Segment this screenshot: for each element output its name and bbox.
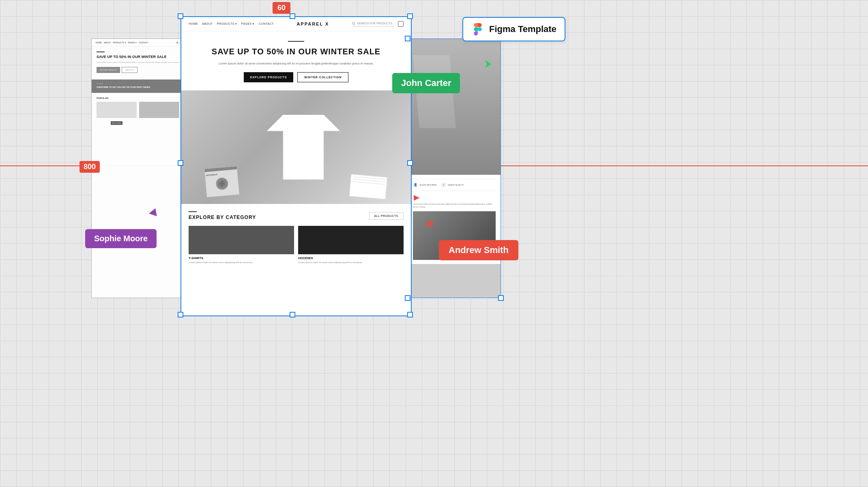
lf-subscribe-section: SUBSCRIBE TO GET 10% OFF ON YOUR FIRST O… [92,79,184,93]
svg-line-1 [354,24,355,25]
tshirts-image [189,226,294,254]
sophie-cursor [149,209,156,217]
svg-point-0 [352,22,355,24]
hero-divider-line [288,41,304,42]
category-grid: T-SHIRTS Lorem ipsum dolor sit amet cons… [189,226,404,264]
nav-products[interactable]: PRODUCTS ▾ [217,22,237,26]
left-background-frame: HOME ABOUT PRODUCTS ▾ PAGES ▾ CONTACT A.… [91,39,185,298]
explore-header: EXPLORE BY CATEGORY ALL PRODUCTS [189,211,404,220]
lf-popular-section: POPULAR $19.00 USD [92,93,184,125]
hero-section: SAVE UP TO 50% IN OUR WINTER SALE Lorem … [181,31,411,90]
left-frame-nav: HOME ABOUT PRODUCTS ▾ PAGES ▾ CONTACT A.… [92,39,184,47]
lf-nav-products[interactable]: PRODUCTS ▾ [113,41,126,44]
right-frame-description: Lorem ipsum dolor sit amet consectetur a… [413,203,496,209]
lf-about-button[interactable]: ABOUT US [122,67,137,73]
book-prop [349,174,387,200]
lf-explore-button[interactable]: EXPLORE PRODUCTS [97,67,120,73]
hero-image: NATURALIS [181,90,411,204]
lf-nav-about[interactable]: ABOUT [104,41,111,44]
right-handle-bottom-right[interactable] [498,295,504,301]
figma-template-text: Figma Template [489,24,556,34]
andrew-tag: Andrew Smith [439,240,518,260]
figma-logo-icon [471,23,484,36]
magazine-prop: NATURALIS [204,166,239,197]
winter-collection-button[interactable]: WINTER COLLECTION [297,72,348,82]
hero-buttons: EXPLORE PRODUCTS WINTER COLLECTION [198,72,395,82]
cart-icon[interactable] [398,21,404,27]
lf-hero-line [97,51,105,52]
hoodies-label: HOODIES [298,256,404,260]
lf-subscribe-line [97,84,103,84]
lf-nav-contact[interactable]: CONTACT [139,41,148,44]
andrew-cursor [427,220,434,227]
hero-heading: SAVE UP TO 50% IN OUR WINTER SALE [198,47,395,56]
search-icon [352,22,355,25]
tshirt-image [267,115,340,180]
all-products-button[interactable]: ALL PRODUCTS [369,212,404,220]
feature-returns: 👤 30 DAY RETURNS [413,182,436,187]
main-nav: HOME ABOUT PRODUCTS ▾ PAGES ▾ CONTACT AP… [181,17,411,31]
hero-description: Lorem ipsum dolor sit amet consectetur a… [198,61,395,66]
lf-product-image [139,102,179,118]
explore-section: EXPLORE BY CATEGORY ALL PRODUCTS T-SHIRT… [181,204,411,271]
lf-product-item [139,102,179,125]
nav-pages[interactable]: PAGES ▾ [241,22,255,26]
nav-home[interactable]: HOME [189,22,198,26]
horizontal-ruler-label: 800 [79,161,100,173]
lf-nav-home[interactable]: HOME [96,41,102,44]
right-frame-features: 👤 30 DAY RETURNS ✓ GREAT QUALITY [413,179,496,191]
john-tag: John Carter [392,73,460,93]
right-frame-cursor-area [413,194,496,203]
handle-bottom-mid[interactable] [290,312,295,318]
search-bar[interactable]: SEARCH FOR PRODUCTS... [352,22,395,26]
figma-template-label: Figma Template [462,17,565,41]
red-play-cursor [413,194,420,202]
search-placeholder: SEARCH FOR PRODUCTS... [357,22,395,25]
quality-label: GREAT QUALITY [448,184,464,186]
hoodies-desc: Lorem ipsum dolor sit amet cons adipisci… [298,261,404,264]
left-frame-hero: SAVE UP TO 50% IN OUR WINTER SALE Lorem … [92,47,184,76]
main-nav-links: HOME ABOUT PRODUCTS ▾ PAGES ▾ CONTACT [189,22,274,26]
main-design-frame: HOME ABOUT PRODUCTS ▾ PAGES ▾ CONTACT AP… [180,16,412,316]
vertical-ruler-label: 60 [273,2,290,14]
lf-hero-buttons: EXPLORE PRODUCTS ABOUT US [97,67,179,73]
lf-nav-pages[interactable]: PAGES ▾ [128,41,137,44]
hoodies-image [298,226,404,254]
svg-marker-2 [267,115,340,180]
svg-marker-4 [414,195,419,201]
category-hoodies: HOODIES Lorem ipsum dolor sit amet cons … [298,226,404,264]
right-frame-hero-image [408,39,501,175]
tshirts-label: T-SHIRTS [189,256,294,260]
nav-contact[interactable]: CONTACT [259,22,274,26]
handle-bottom-right[interactable] [407,312,413,318]
nav-logo: APPAREL X [296,21,329,26]
main-nav-right: SEARCH FOR PRODUCTS... [352,21,404,27]
handle-mid-right[interactable] [407,160,413,166]
sophie-tag: Sophie Moore [85,229,157,248]
feature-quality: ✓ GREAT QUALITY [441,182,464,187]
explore-title: EXPLORE BY CATEGORY [189,215,256,220]
returns-icon: 👤 [413,182,418,187]
lf-nav-logo: A... [176,41,180,44]
handle-top-mid[interactable] [290,13,295,19]
category-tshirts: T-SHIRTS Lorem ipsum dolor sit amet cons… [189,226,294,264]
returns-label: 30 DAY RETURNS [419,184,436,186]
lf-product-item: $19.00 USD [97,102,137,125]
lf-product-image [97,102,137,118]
lf-hero-desc: Lorem ipsum dolor sit amet consectetur a… [97,61,179,64]
lf-popular-title: POPULAR [97,97,179,99]
right-handle-top-left[interactable] [405,36,410,41]
explore-title-wrap: EXPLORE BY CATEGORY [189,211,256,220]
tshirts-desc: Lorem ipsum dolor sit amet cons adipisci… [189,261,294,264]
nav-about[interactable]: ABOUT [202,22,213,26]
right-handle-bottom-left[interactable] [405,295,410,301]
lf-product-row: $19.00 USD [97,102,179,125]
green-arrow-cursor [483,59,493,71]
handle-bottom-left[interactable] [178,312,183,318]
handle-top-left[interactable] [178,13,183,19]
handle-mid-left[interactable] [178,160,183,166]
explore-products-button[interactable]: EXPLORE PRODUCTS [244,72,294,82]
svg-marker-3 [485,60,492,68]
handle-top-right[interactable] [407,13,413,19]
quality-icon: ✓ [441,182,446,187]
